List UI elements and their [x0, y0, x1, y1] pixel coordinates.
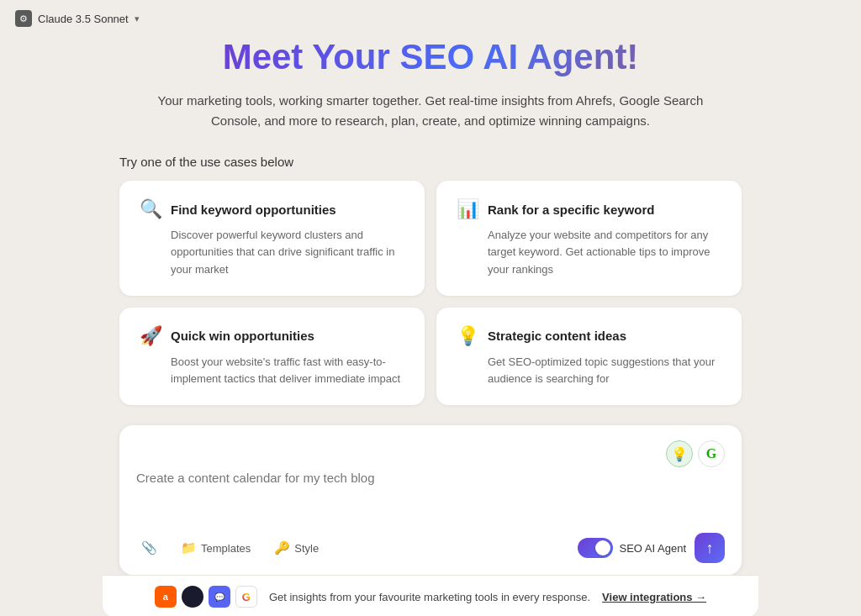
- card-title: Find keyword opportunities: [171, 203, 336, 217]
- send-icon: ↑: [706, 540, 714, 557]
- card-header: 🔍 Find keyword opportunities: [139, 198, 405, 220]
- discord-icon: 💬: [209, 586, 230, 608]
- integrations-banner: a 💬 G Get insights from your favourite m…: [103, 575, 758, 616]
- card-desc: Analyze your website and competitors for…: [456, 227, 722, 277]
- use-cases-label: Try one of the use cases below: [119, 155, 293, 169]
- use-cases-grid: 🔍 Find keyword opportunities Discover po…: [119, 181, 742, 405]
- card-header: 🚀 Quick win opportunities: [139, 325, 405, 347]
- chat-input[interactable]: [136, 471, 725, 521]
- integration-icons-row: 💡 G: [136, 440, 725, 467]
- card-header: 📊 Rank for a specific keyword: [456, 198, 722, 220]
- input-toolbar: 📎 📁 Templates 🔑 Style SEO AI Agent: [136, 533, 725, 563]
- bulb-icon: 💡: [456, 325, 479, 347]
- rocket-icon: 🚀: [139, 325, 162, 347]
- brand-icons: a 💬 G: [155, 586, 257, 608]
- model-icon: ⚙: [15, 10, 32, 27]
- input-tools-left: 📎 📁 Templates 🔑 Style: [136, 538, 324, 558]
- model-selector[interactable]: ⚙ Claude 3.5 Sonnet ▾: [15, 10, 140, 27]
- ahrefs-icon: a: [155, 586, 177, 608]
- seo-agent-toggle[interactable]: [578, 538, 613, 558]
- chart-icon: 📊: [456, 198, 479, 220]
- search-icon: 🔍: [139, 198, 162, 220]
- card-title: Strategic content ideas: [488, 329, 626, 343]
- chat-input-container: 💡 G 📎 📁 Templates 🔑: [119, 425, 742, 575]
- grammarly-integration-icon: G: [698, 440, 725, 467]
- card-title: Quick win opportunities: [171, 329, 314, 343]
- google-icon: G: [235, 586, 257, 608]
- style-label: Style: [294, 542, 319, 555]
- send-button[interactable]: ↑: [695, 533, 725, 563]
- style-button[interactable]: 🔑 Style: [269, 538, 324, 558]
- card-keyword-opportunities[interactable]: 🔍 Find keyword opportunities Discover po…: [119, 181, 425, 295]
- card-content-ideas[interactable]: 💡 Strategic content ideas Get SEO-optimi…: [436, 308, 742, 405]
- key-icon: 🔑: [274, 540, 290, 555]
- card-header: 💡 Strategic content ideas: [456, 325, 722, 347]
- bulb-integration-icon: 💡: [666, 440, 693, 467]
- banner-text: Get insights from your favourite marketi…: [269, 591, 590, 603]
- card-desc: Get SEO-optimized topic suggestions that…: [456, 354, 722, 387]
- paperclip-icon: 📎: [141, 540, 157, 555]
- templates-label: Templates: [201, 542, 251, 555]
- input-tools-right: SEO AI Agent ↑: [578, 533, 726, 563]
- semrush-icon: [182, 586, 203, 608]
- view-integrations-link[interactable]: View integrations →: [602, 591, 706, 603]
- templates-button[interactable]: 📁 Templates: [176, 538, 256, 558]
- card-desc: Discover powerful keyword clusters and o…: [139, 227, 405, 277]
- seo-agent-toggle-wrapper[interactable]: SEO AI Agent: [578, 538, 687, 558]
- chevron-down-icon: ▾: [135, 13, 140, 24]
- hero-subtitle: Your marketing tools, working smarter to…: [145, 91, 716, 131]
- topbar: ⚙ Claude 3.5 Sonnet ▾: [0, 0, 861, 37]
- card-quick-win[interactable]: 🚀 Quick win opportunities Boost your web…: [119, 308, 425, 405]
- card-desc: Boost your website's traffic fast with e…: [139, 354, 405, 387]
- integrations-banner-wrapper: a 💬 G Get insights from your favourite m…: [86, 575, 775, 616]
- model-label: Claude 3.5 Sonnet: [38, 13, 129, 25]
- toggle-label: SEO AI Agent: [620, 542, 687, 555]
- folder-icon: 📁: [181, 540, 197, 555]
- hero-title: Meet Your SEO AI Agent!: [223, 37, 639, 77]
- attach-button[interactable]: 📎: [136, 538, 162, 558]
- card-rank-keyword[interactable]: 📊 Rank for a specific keyword Analyze yo…: [436, 181, 742, 295]
- card-title: Rank for a specific keyword: [488, 203, 654, 217]
